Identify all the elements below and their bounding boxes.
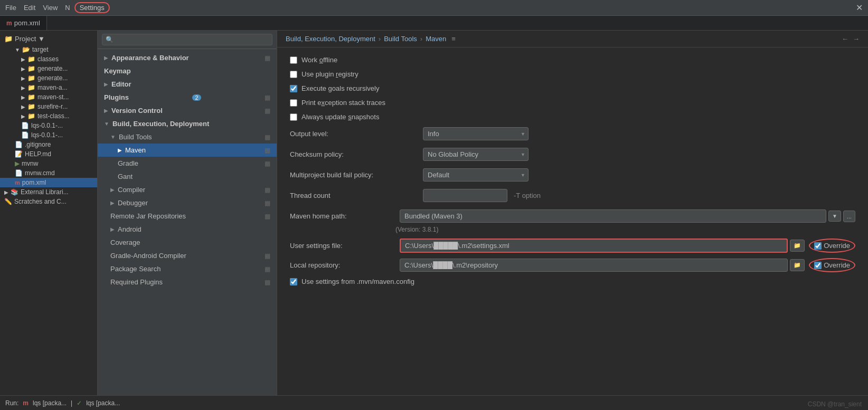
checksum-policy-select-wrapper: No Global Policy Strict Warn Ignore	[423, 148, 529, 161]
project-header[interactable]: 📁 Project ▼	[0, 33, 97, 45]
pom-xml-tab[interactable]: m pom.xml	[0, 16, 47, 30]
settings-label: Build Tools	[119, 133, 152, 141]
menu-n[interactable]: N	[65, 4, 70, 12]
print-exception-checkbox[interactable]	[290, 99, 297, 107]
tree-item-pomxml[interactable]: m pom.xml	[0, 178, 97, 187]
project-icon: 📁	[4, 35, 13, 43]
item-label: classes	[37, 55, 59, 63]
settings-item-package-search[interactable]: Package Search ▦	[98, 262, 277, 275]
checksum-policy-row: Checksum policy: No Global Policy Strict…	[290, 148, 855, 161]
settings-item-debugger[interactable]: ▶ Debugger ▦	[98, 196, 277, 209]
tree-item-mvnw[interactable]: ▶ mvnw	[0, 159, 97, 168]
pin-icon: ▦	[265, 107, 270, 115]
settings-item-vcs[interactable]: ▶ Version Control ▦	[98, 104, 277, 117]
settings-item-editor[interactable]: ▶ Editor	[98, 78, 277, 91]
tree-item-lqs1[interactable]: 📄 lqs-0.0.1-...	[0, 121, 97, 130]
search-input[interactable]	[102, 34, 272, 45]
nav-forward[interactable]: →	[853, 35, 860, 43]
settings-item-gradle[interactable]: Gradle ▦	[98, 157, 277, 170]
run-check-icon: ✓	[77, 399, 82, 407]
local-repo-input[interactable]	[400, 259, 788, 272]
menu-view[interactable]: View	[43, 4, 58, 12]
tree-item-scratches[interactable]: ✏️ Scratches and C...	[0, 197, 97, 206]
settings-item-compiler[interactable]: ▶ Compiler ▦	[98, 183, 277, 196]
maven-home-input[interactable]	[400, 209, 826, 223]
settings-item-gradle-android[interactable]: Gradle-Android Compiler ▦	[98, 249, 277, 262]
pin-icon: ▦	[265, 54, 270, 62]
user-settings-override-checkbox[interactable]	[814, 242, 822, 250]
output-level-row: Output level: Info Debug Warning Error	[290, 127, 855, 140]
settings-label: Coverage	[110, 239, 140, 246]
multiproject-policy-select[interactable]: Default Fail At End Fail Never	[423, 168, 529, 182]
expand-arrow: ▶	[4, 189, 8, 195]
execute-goals-label: Execute goals recursively	[301, 84, 379, 92]
pin-icon: ▦	[265, 147, 270, 154]
settings-label: Gant	[118, 173, 133, 180]
tree-item-target[interactable]: ▼ 📂 target	[0, 45, 97, 54]
settings-item-gant[interactable]: Gant	[98, 170, 277, 183]
file-icon: 📄	[15, 141, 23, 148]
thread-count-input[interactable]	[423, 189, 507, 202]
tree-item-maven-st[interactable]: ▶ 📁 maven-st...	[0, 92, 97, 102]
t-option-label: -T option	[514, 192, 541, 199]
pin-icon: ▦	[265, 213, 270, 220]
menu-edit[interactable]: Edit	[24, 4, 35, 12]
expand-arrow: ▶	[21, 66, 25, 72]
output-level-label: Output level:	[290, 130, 417, 138]
nav-back[interactable]: ←	[842, 35, 848, 43]
use-plugin-registry-checkbox[interactable]	[290, 71, 297, 78]
multiproject-policy-select-wrapper: Default Fail At End Fail Never	[423, 168, 529, 182]
settings-item-android[interactable]: ▶ Android	[98, 223, 277, 236]
pin-icon: ▦	[265, 279, 270, 286]
tree-item-classes[interactable]: ▶ 📁 classes	[0, 54, 97, 64]
local-repo-override: Override	[809, 258, 855, 272]
settings-item-coverage[interactable]: Coverage	[98, 236, 277, 249]
settings-item-required-plugins[interactable]: Required Plugins ▦	[98, 275, 277, 289]
checksum-policy-select[interactable]: No Global Policy Strict Warn Ignore	[423, 148, 529, 161]
pom-tab-label: pom.xml	[14, 19, 40, 27]
expand-arrow: ▶	[21, 94, 25, 100]
settings-item-keymap[interactable]: Keymap	[98, 64, 277, 78]
tree-item-help[interactable]: 📝 HELP.md	[0, 149, 97, 159]
tree-item-external[interactable]: ▶ 📚 External Librari...	[0, 187, 97, 197]
settings-item-build-exec[interactable]: ▼ Build, Execution, Deployment	[98, 117, 277, 130]
tree-item-surefire[interactable]: ▶ 📁 surefire-r...	[0, 102, 97, 111]
expand-arrow: ▶	[21, 113, 25, 119]
execute-goals-row: Execute goals recursively	[290, 84, 855, 92]
use-mvn-config-checkbox[interactable]	[290, 278, 297, 285]
tree-item-gen1[interactable]: ▶ 📁 generate...	[0, 64, 97, 73]
settings-item-build-tools[interactable]: ▼ Build Tools ▦	[98, 130, 277, 144]
output-level-select[interactable]: Info Debug Warning Error	[423, 127, 529, 140]
tree-item-lqs2[interactable]: 📄 lqs-0.0.1-...	[0, 130, 97, 140]
tree-item-test-class[interactable]: ▶ 📁 test-class...	[0, 111, 97, 121]
local-repo-override-checkbox[interactable]	[814, 262, 822, 269]
menu-file[interactable]: File	[5, 4, 16, 12]
user-settings-input[interactable]	[400, 239, 788, 253]
local-repo-browse-btn[interactable]: 📁	[790, 259, 805, 271]
pin-icon: ▦	[265, 160, 270, 167]
tree-item-maven-a[interactable]: ▶ 📁 maven-a...	[0, 83, 97, 92]
breadcrumb-menu-icon[interactable]: ≡	[451, 35, 456, 43]
run-project2[interactable]: lqs [packa...	[86, 399, 120, 407]
settings-item-maven[interactable]: ▶ Maven ▦	[98, 144, 277, 157]
tree-item-gitignore[interactable]: 📄 .gitignore	[0, 140, 97, 149]
breadcrumb-part3: Maven	[426, 35, 446, 43]
run-project1[interactable]: lqs [packa...	[33, 399, 67, 407]
tree-item-gen2[interactable]: ▶ 📁 generate...	[0, 73, 97, 83]
pin-icon: ▦	[265, 186, 270, 194]
maven-home-dropdown-btn[interactable]: ▼	[828, 211, 841, 222]
collapse-icon: ▶	[110, 200, 115, 206]
user-settings-browse-btn[interactable]: 📁	[790, 240, 805, 252]
print-exception-label: Print exception stack traces	[301, 99, 385, 107]
close-button[interactable]: ✕	[856, 3, 863, 13]
tree-item-mvnwcmd[interactable]: 📄 mvnw.cmd	[0, 168, 97, 178]
work-offline-checkbox[interactable]	[290, 56, 297, 64]
settings-item-remote-jar[interactable]: Remote Jar Repositories ▦	[98, 209, 277, 223]
execute-goals-checkbox[interactable]	[290, 85, 297, 92]
settings-label: Build, Execution, Deployment	[112, 120, 209, 128]
always-update-checkbox[interactable]	[290, 113, 297, 121]
expand-arrow: ▼	[15, 47, 20, 53]
settings-item-plugins[interactable]: Plugins 2 ▦	[98, 91, 277, 104]
maven-home-browse-btn[interactable]: ...	[843, 211, 855, 222]
settings-item-appearance[interactable]: ▶ Appearance & Behavior ▦	[98, 51, 277, 64]
